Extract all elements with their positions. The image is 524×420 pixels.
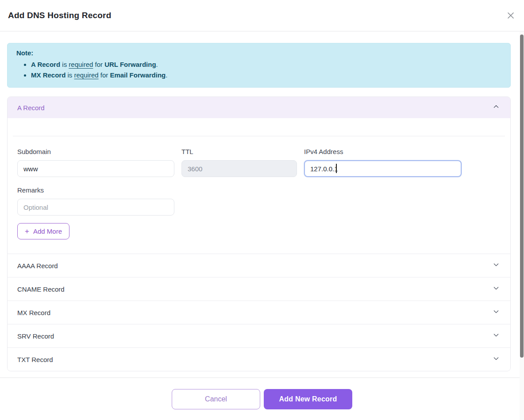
accordion-header-srv-record[interactable]: SRV Record [8, 324, 510, 347]
vertical-scrollbar-thumb[interactable] [520, 35, 524, 358]
note-underlined: required [69, 61, 93, 68]
remarks-field-group: Remarks [17, 186, 174, 216]
note-underlined: required [74, 71, 99, 79]
chevron-down-icon [493, 355, 500, 364]
modal-title: Add DNS Hosting Record [8, 11, 111, 20]
ttl-field-group: TTL [181, 148, 297, 177]
ipv4-label: IPv4 Address [304, 148, 462, 155]
add-more-label: Add More [33, 227, 62, 235]
ttl-input [181, 160, 297, 177]
accordion-header-txt-record[interactable]: TXT Record [8, 347, 510, 371]
ttl-label: TTL [181, 148, 297, 155]
accordion-title: MX Record [17, 309, 50, 316]
vertical-scrollbar-track[interactable] [520, 32, 524, 420]
note-text: is [60, 61, 69, 68]
note-text: for [93, 61, 104, 68]
add-dns-record-modal: Add DNS Hosting Record Note: A Record is… [0, 0, 524, 371]
note-item-mx-record: MX Record is required for Email Forwardi… [31, 70, 501, 81]
accordion-header-a-record[interactable]: A Record [8, 97, 510, 118]
note-text: is [66, 71, 74, 79]
record-accordion: A Record Subdomain TTL [7, 96, 511, 371]
add-new-record-button[interactable]: Add New Record [264, 389, 352, 409]
note-bold: MX Record [31, 71, 66, 79]
note-bold: A Record [31, 61, 60, 68]
accordion-title: AAAA Record [17, 262, 58, 270]
note-bold: URL Forwarding [104, 61, 156, 68]
note-item-a-record: A Record is required for URL Forwarding. [31, 59, 501, 70]
close-icon [506, 11, 515, 21]
chevron-down-icon [493, 331, 500, 340]
modal-body: Note: A Record is required for URL Forwa… [0, 31, 524, 371]
close-button[interactable] [505, 10, 517, 22]
text-caret [336, 164, 337, 173]
ipv4-address-input[interactable] [304, 160, 462, 177]
accordion-title: A Record [17, 104, 45, 112]
plus-icon: + [25, 227, 29, 235]
note-text: . [166, 71, 167, 79]
remarks-label: Remarks [17, 186, 174, 194]
add-more-button[interactable]: + Add More [17, 223, 69, 239]
note-text: for [99, 71, 110, 79]
note-bold: Email Forwarding [110, 71, 166, 79]
accordion-header-mx-record[interactable]: MX Record [8, 301, 510, 324]
accordion-header-aaaa-record[interactable]: AAAA Record [8, 254, 510, 277]
chevron-down-icon [493, 285, 500, 293]
subdomain-input[interactable] [17, 160, 174, 177]
ipv4-field-group: IPv4 Address [304, 148, 462, 177]
note-heading: Note: [16, 49, 501, 57]
subdomain-field-group: Subdomain [17, 148, 174, 177]
modal-header: Add DNS Hosting Record [0, 0, 524, 31]
remarks-input[interactable] [17, 199, 174, 216]
cancel-button[interactable]: Cancel [172, 389, 260, 409]
subdomain-label: Subdomain [17, 148, 174, 155]
accordion-title: CNAME Record [17, 285, 65, 293]
chevron-up-icon [493, 103, 500, 112]
note-box: Note: A Record is required for URL Forwa… [7, 43, 511, 88]
accordion-header-cname-record[interactable]: CNAME Record [8, 277, 510, 301]
accordion-title: SRV Record [17, 332, 54, 340]
accordion-title: TXT Record [17, 356, 53, 363]
chevron-down-icon [493, 261, 500, 270]
a-record-panel: Subdomain TTL IPv4 Address [8, 136, 510, 254]
note-text: . [156, 61, 158, 68]
chevron-down-icon [493, 308, 500, 317]
modal-footer: Cancel Add New Record [0, 378, 524, 420]
note-list: A Record is required for URL Forwarding.… [16, 59, 501, 81]
